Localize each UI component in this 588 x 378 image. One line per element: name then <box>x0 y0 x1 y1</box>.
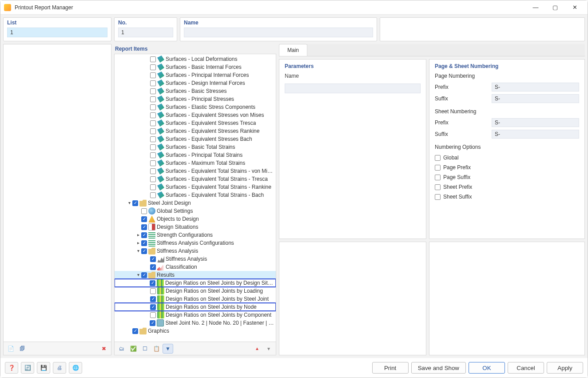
tree-row[interactable]: Steel Joint No. 2 | Node No. 20 | Fasten… <box>115 319 276 327</box>
tree-checkbox[interactable] <box>150 288 156 294</box>
tree-row[interactable]: Objects to Design <box>115 215 276 223</box>
tree-checkbox[interactable] <box>150 312 156 318</box>
tree-row[interactable]: Design Ratios on Steel Joints by Design … <box>115 279 276 287</box>
tree-checkbox[interactable] <box>132 328 138 334</box>
tree-row[interactable]: Surfaces - Basic Stresses <box>115 87 276 95</box>
tree-row[interactable]: Surfaces - Equivalent Stresses Bach <box>115 135 276 143</box>
tree-checkbox[interactable] <box>141 208 147 214</box>
tree-row[interactable]: ▸Stiffness Analysis Configurations <box>115 239 276 247</box>
tree-row[interactable]: Design Ratios on Steel Joints by Loading <box>115 287 276 295</box>
tree-row[interactable]: Graphics <box>115 327 276 335</box>
tree-row[interactable]: Surfaces - Maximum Total Strains <box>115 159 276 167</box>
tree-checkbox[interactable] <box>150 96 156 102</box>
tree-row[interactable]: Surfaces - Design Internal Forces <box>115 79 276 87</box>
tree-checkbox[interactable] <box>141 272 147 278</box>
tree-checkbox[interactable] <box>150 192 156 198</box>
tree-row[interactable]: Surfaces - Equivalent Stresses Rankine <box>115 127 276 135</box>
tree-row[interactable]: Global Settings <box>115 207 276 215</box>
tree-row[interactable]: Design Ratios on Steel Joints by Steel J… <box>115 295 276 303</box>
opt-global-row[interactable]: Global <box>435 153 579 163</box>
no-value[interactable]: 1 <box>118 28 173 37</box>
tree-row[interactable]: Surfaces - Equivalent Total Strains - vo… <box>115 167 276 175</box>
tree-checkbox[interactable] <box>150 88 156 94</box>
tree-row[interactable]: ▾Results <box>115 271 276 279</box>
chevron-icon[interactable]: ▾ <box>135 271 141 279</box>
opt-sheet-prefix-row[interactable]: Sheet Prefix <box>435 182 579 192</box>
page-suffix-input[interactable]: S- <box>492 94 579 103</box>
maximize-button[interactable]: ▢ <box>549 3 561 12</box>
tree-checkbox[interactable] <box>150 304 156 310</box>
tree-checkbox[interactable] <box>150 280 155 286</box>
new-report-button[interactable]: 📄 <box>5 344 16 354</box>
save-file-button[interactable]: 💾 <box>37 362 50 374</box>
tree-expand-button[interactable]: 🗂 <box>116 344 127 354</box>
tree-checkbox[interactable] <box>150 256 156 262</box>
tree-checkbox[interactable] <box>150 144 156 150</box>
language-button[interactable]: 🌐 <box>69 362 82 374</box>
chevron-icon[interactable]: ▾ <box>126 199 132 207</box>
tree-checkbox[interactable] <box>141 240 147 246</box>
report-items-tree[interactable]: Surfaces - Local DeformationsSurfaces - … <box>114 54 276 342</box>
refresh-button[interactable]: 🔄 <box>21 362 34 374</box>
tree-checkbox[interactable] <box>150 320 155 326</box>
help-button[interactable]: ❓ <box>5 362 18 374</box>
tree-checkbox[interactable] <box>150 56 156 62</box>
tree-checkbox[interactable] <box>150 64 156 70</box>
tree-checkbox[interactable] <box>141 216 147 222</box>
tree-checkall-button[interactable]: ✅ <box>128 344 139 354</box>
opt-sheet-suffix-check[interactable] <box>435 194 441 200</box>
tree-row[interactable]: Design Situations <box>115 223 276 231</box>
tree-row[interactable]: Surfaces - Principal Stresses <box>115 95 276 103</box>
delete-button[interactable]: ✖ <box>99 344 109 354</box>
tree-up-button[interactable]: ▲ <box>252 344 262 354</box>
tree-row[interactable]: Surfaces - Elastic Stress Components <box>115 103 276 111</box>
opt-page-suffix-row[interactable]: Page Suffix <box>435 172 579 182</box>
tree-checkbox[interactable] <box>150 112 156 118</box>
tree-checkbox[interactable] <box>150 72 156 78</box>
tree-row[interactable]: Classification <box>115 263 276 271</box>
tree-checkbox[interactable] <box>132 200 138 206</box>
tree-row[interactable]: Surfaces - Equivalent Stresses von Mises <box>115 111 276 119</box>
tree-filter-button[interactable]: ▼ <box>163 344 173 354</box>
tree-checkbox[interactable] <box>150 176 156 182</box>
duplicate-button[interactable]: 🗐 <box>17 344 28 354</box>
tree-uncheck-button[interactable]: ☐ <box>139 344 150 354</box>
sheet-prefix-input[interactable]: S- <box>492 118 579 127</box>
opt-page-prefix-row[interactable]: Page Prefix <box>435 163 579 172</box>
tree-row[interactable]: ▸Strength Configurations <box>115 231 276 239</box>
tree-row[interactable]: Stiffness Analysis <box>115 255 276 263</box>
print-setup-button[interactable]: 🖨 <box>53 362 66 374</box>
chevron-icon[interactable]: ▸ <box>135 231 141 239</box>
tree-checkbox[interactable] <box>150 160 156 166</box>
list-item[interactable]: 1 <box>7 28 107 37</box>
opt-global-check[interactable] <box>435 155 441 161</box>
tree-row[interactable]: Design Ratios on Steel Joints by Compone… <box>115 311 276 319</box>
page-prefix-input[interactable]: S- <box>492 83 579 92</box>
sheet-suffix-input[interactable]: S- <box>492 130 579 139</box>
tree-checkbox[interactable] <box>141 224 147 230</box>
chevron-icon[interactable]: ▾ <box>135 247 141 255</box>
tree-row[interactable]: Surfaces - Basic Total Strains <box>115 143 276 151</box>
name-value[interactable] <box>184 28 373 37</box>
opt-sheet-prefix-check[interactable] <box>435 184 441 190</box>
save-and-show-button[interactable]: Save and Show <box>411 362 466 374</box>
tree-checkbox[interactable] <box>150 152 156 158</box>
ok-button[interactable]: OK <box>469 362 505 374</box>
opt-page-prefix-check[interactable] <box>435 165 441 171</box>
tree-row[interactable]: Surfaces - Principal Internal Forces <box>115 71 276 79</box>
opt-sheet-suffix-row[interactable]: Sheet Suffix <box>435 192 579 202</box>
chevron-icon[interactable]: ▸ <box>135 239 141 247</box>
tree-checkbox[interactable] <box>150 80 156 86</box>
tree-row[interactable]: Surfaces - Equivalent Total Strains - Ba… <box>115 191 276 199</box>
minimize-button[interactable]: — <box>530 3 541 12</box>
tree-checkbox[interactable] <box>150 184 156 190</box>
close-button[interactable]: ✕ <box>569 3 580 12</box>
tree-row[interactable]: Surfaces - Basic Internal Forces <box>115 63 276 71</box>
tree-checkbox[interactable] <box>150 128 156 134</box>
tree-row[interactable]: Surfaces - Equivalent Stresses Tresca <box>115 119 276 127</box>
apply-button[interactable]: Apply <box>547 362 583 374</box>
tree-checkbox[interactable] <box>150 168 156 174</box>
tree-more-button[interactable]: ▾ <box>263 344 274 354</box>
tree-row[interactable]: Design Ratios on Steel Joints by Node <box>115 303 276 311</box>
tab-main[interactable]: Main <box>279 44 307 56</box>
